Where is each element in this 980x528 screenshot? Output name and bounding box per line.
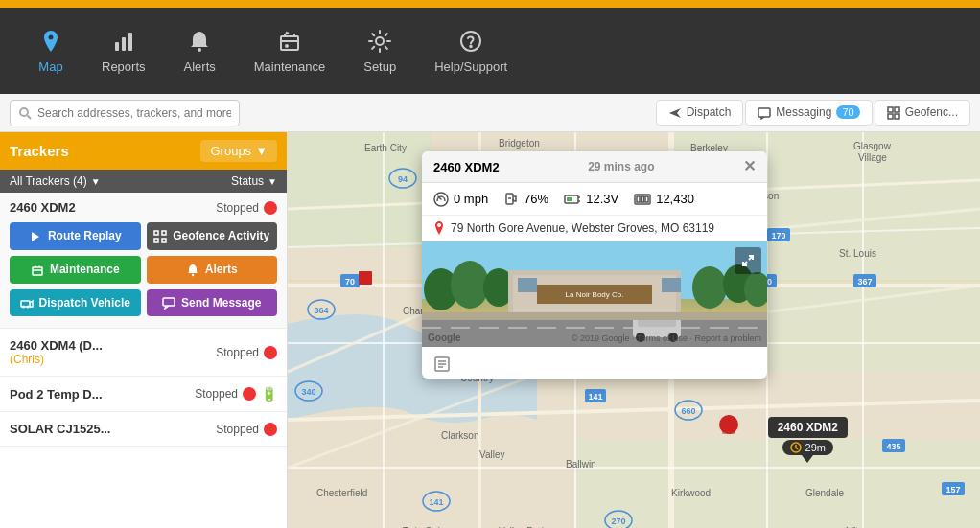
svg-text:Ballwin: Ballwin: [566, 459, 596, 470]
tracker-name-row-1: 2460 XDM2 Stopped: [10, 200, 277, 215]
svg-rect-2: [128, 33, 132, 51]
svg-point-10: [20, 108, 28, 116]
svg-text:Valley: Valley: [479, 449, 505, 460]
svg-point-116: [692, 266, 727, 309]
svg-text:Glasgow: Glasgow: [853, 141, 892, 151]
nav-label-maintenance: Maintenance: [254, 59, 325, 74]
popup-title: 2460 XDM2: [433, 160, 500, 174]
svg-rect-1: [122, 37, 126, 51]
speed-value: 0 mph: [454, 192, 488, 206]
speed-stat: 0 mph: [433, 191, 488, 207]
dispatch-vehicle-button[interactable]: Dispatch Vehicle: [10, 289, 141, 317]
search-box[interactable]: [10, 100, 240, 126]
geofence-activity-button[interactable]: Geofence Activity: [147, 222, 278, 250]
tracker-item-1[interactable]: 2460 XDM2 Stopped Route Replay: [0, 193, 287, 329]
map-area[interactable]: 70 141 Earth City Bridgeton Berkeley Gla…: [288, 132, 980, 528]
tracker-name-3: Pod 2 Temp D...: [10, 387, 103, 402]
route-replay-button[interactable]: Route Replay: [10, 222, 141, 250]
popup-header: 2460 XDM2 29 mins ago ✕: [422, 151, 767, 183]
popup-stats: 0 mph 76%: [422, 183, 767, 216]
svg-point-6: [285, 44, 289, 48]
alerts-btn-label: Alerts: [205, 263, 238, 276]
svg-text:Village: Village: [858, 152, 887, 163]
speed-icon: [433, 191, 449, 207]
voltage-stat: 12.3V: [564, 191, 618, 207]
nav-item-help[interactable]: Help/Support: [415, 20, 526, 81]
svg-text:270: 270: [611, 517, 625, 526]
expand-button[interactable]: [735, 247, 761, 274]
maintenance-btn-label: Maintenance: [50, 263, 120, 276]
svg-text:Kirkwood: Kirkwood: [671, 488, 711, 498]
nav-label-map: Map: [38, 59, 62, 74]
svg-text:70: 70: [345, 277, 355, 287]
status-dot-1: [264, 201, 277, 215]
alerts-btn-icon: [186, 263, 199, 277]
svg-rect-12: [758, 108, 770, 117]
svg-point-3: [198, 48, 201, 52]
svg-rect-15: [888, 114, 893, 119]
status-text-1: Stopped: [216, 201, 259, 215]
street-view-image: La Noir Body Co.: [422, 241, 767, 347]
all-trackers-label: All Trackers (4): [10, 174, 87, 188]
accent-bar: [0, 0, 980, 8]
svg-rect-123: [518, 278, 537, 292]
nav-item-map[interactable]: Map: [19, 20, 82, 81]
svg-rect-30: [288, 132, 432, 247]
all-trackers-filter[interactable]: All Trackers (4) ▼: [10, 174, 231, 188]
search-icon: [18, 104, 32, 122]
messaging-button[interactable]: Messaging 70: [745, 100, 872, 126]
voltage-value: 12.3V: [586, 192, 618, 206]
tracker-status-4: Stopped: [216, 423, 277, 436]
google-terms: © 2019 Google · Terms of Use · Report a …: [572, 333, 761, 343]
nav-item-maintenance[interactable]: Maintenance: [235, 20, 344, 81]
status-dot-4: [264, 423, 277, 436]
status-dot-2: [264, 346, 277, 359]
maintenance-button[interactable]: Maintenance: [10, 256, 141, 284]
odometer-value: 12,430: [656, 192, 694, 206]
tracker-item-2[interactable]: 2460 XDM4 (D... (Chris) Stopped: [0, 329, 287, 377]
secondary-bar: Dispatch Messaging 70 Geofenc...: [0, 94, 980, 132]
groups-button[interactable]: Groups ▼: [200, 140, 277, 162]
status-text-2: Stopped: [216, 346, 259, 359]
groups-dropdown-icon: ▼: [255, 144, 268, 158]
address-text: 79 North Gore Avenue, Webster Groves, MO…: [451, 221, 714, 235]
dispatch-vehicle-icon: [20, 296, 34, 310]
status-text-3: Stopped: [195, 387, 238, 401]
tracker-item-3[interactable]: Pod 2 Temp D... Stopped 🔋: [0, 377, 287, 412]
nav-item-setup[interactable]: Setup: [344, 20, 415, 81]
nav-item-alerts[interactable]: Alerts: [165, 20, 235, 81]
geofence-activity-icon: [153, 229, 167, 243]
search-input[interactable]: [37, 106, 231, 120]
svg-rect-14: [895, 107, 899, 112]
geofence-button[interactable]: Geofenc...: [875, 100, 970, 126]
tracker-name-1: 2460 XDM2: [10, 200, 76, 215]
nav-item-reports[interactable]: Reports: [82, 20, 165, 81]
sidebar: Trackers Groups ▼ All Trackers (4) ▼ Sta…: [0, 132, 288, 528]
map-tracker-marker: 2460 XDM2 29m: [768, 417, 848, 463]
popup-close-button[interactable]: ✕: [743, 159, 756, 174]
marker-time: 29m: [805, 442, 826, 453]
odometer-icon: [634, 191, 651, 207]
dispatch-button[interactable]: Dispatch: [656, 100, 744, 126]
messaging-badge: 70: [836, 105, 859, 119]
svg-point-24: [192, 273, 194, 275]
status-filter[interactable]: Status ▼: [231, 174, 277, 188]
svg-rect-21: [162, 239, 166, 242]
svg-rect-100: [722, 429, 735, 434]
messaging-label: Messaging: [776, 105, 831, 119]
nav-label-help: Help/Support: [434, 59, 507, 74]
popup-footer: [422, 347, 767, 379]
send-message-button[interactable]: Send Message: [147, 289, 278, 317]
svg-text:Glendale: Glendale: [805, 488, 844, 498]
popup-street-view[interactable]: La Noir Body Co.: [422, 241, 767, 347]
geofence-label: Geofenc...: [905, 105, 958, 119]
geofence-activity-label: Geofence Activity: [173, 229, 269, 242]
fuel-icon: [503, 191, 519, 207]
alerts-icon: [187, 28, 212, 54]
all-trackers-chevron: ▼: [91, 176, 101, 187]
alerts-button[interactable]: Alerts: [147, 256, 278, 284]
tracker-item-4[interactable]: SOLAR CJ1525... Stopped: [0, 412, 287, 447]
svg-rect-16: [895, 114, 899, 119]
sidebar-header: Trackers Groups ▼: [0, 132, 287, 170]
location-pin-icon: [433, 221, 445, 236]
